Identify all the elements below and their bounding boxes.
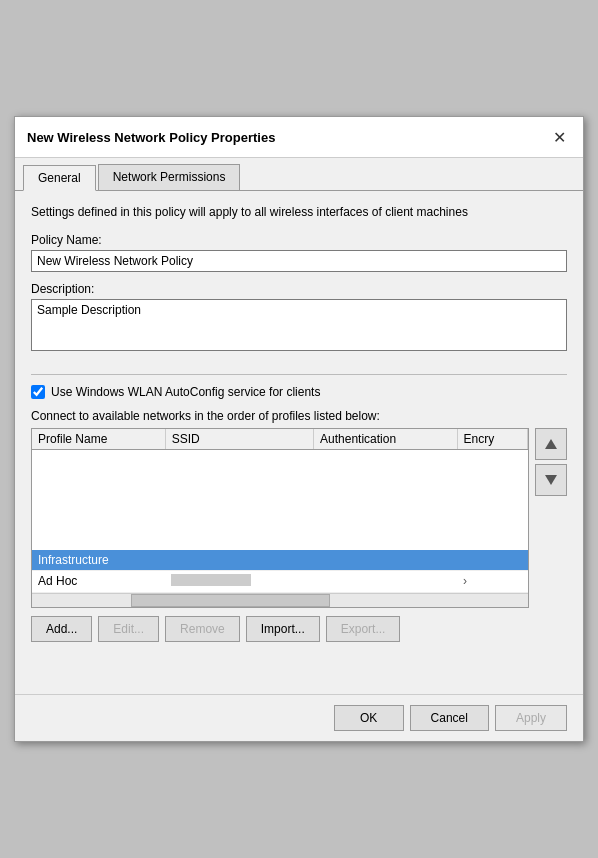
- action-buttons: Add... Edit... Remove Import... Export..…: [31, 616, 567, 642]
- policy-name-input[interactable]: [31, 250, 567, 272]
- apply-button[interactable]: Apply: [495, 705, 567, 731]
- svg-marker-1: [545, 475, 557, 485]
- scroll-down-button[interactable]: [535, 464, 567, 496]
- dialog: New Wireless Network Policy Properties ✕…: [14, 116, 584, 742]
- tab-network-permissions[interactable]: Network Permissions: [98, 164, 241, 190]
- export-button[interactable]: Export...: [326, 616, 401, 642]
- dialog-title: New Wireless Network Policy Properties: [27, 130, 275, 145]
- profiles-table-container: Profile Name SSID Authentication Encry I…: [31, 428, 529, 608]
- wlan-autoconfig-row: Use Windows WLAN AutoConfig service for …: [31, 385, 567, 399]
- description-label: Description:: [31, 282, 567, 296]
- tab-content-general: Settings defined in this policy will app…: [15, 191, 583, 654]
- remove-button[interactable]: Remove: [165, 616, 240, 642]
- import-button[interactable]: Import...: [246, 616, 320, 642]
- cell-adhoc-ssid: [165, 570, 313, 592]
- wlan-autoconfig-checkbox[interactable]: [31, 385, 45, 399]
- col-encry: Encry: [457, 429, 527, 450]
- tab-bar: General Network Permissions: [15, 158, 583, 191]
- edit-button[interactable]: Edit...: [98, 616, 159, 642]
- cell-infrastructure-enc: [457, 550, 527, 571]
- chevron-right-icon: ›: [463, 574, 467, 588]
- bottom-bar: OK Cancel Apply: [15, 694, 583, 741]
- cell-adhoc-auth: [314, 570, 458, 592]
- cell-adhoc-enc: ›: [457, 570, 527, 592]
- info-text: Settings defined in this policy will app…: [31, 203, 567, 221]
- profiles-table: Profile Name SSID Authentication Encry I…: [32, 429, 528, 593]
- profiles-label: Connect to available networks in the ord…: [31, 409, 567, 423]
- col-profile-name: Profile Name: [32, 429, 165, 450]
- col-auth: Authentication: [314, 429, 458, 450]
- table-row: [32, 450, 528, 550]
- arrow-up-icon: [543, 436, 559, 452]
- svg-marker-0: [545, 439, 557, 449]
- cell-infrastructure-ssid: [165, 550, 313, 571]
- wlan-autoconfig-label: Use Windows WLAN AutoConfig service for …: [51, 385, 320, 399]
- ok-button[interactable]: OK: [334, 705, 404, 731]
- scroll-buttons: [535, 428, 567, 608]
- table-row-infrastructure[interactable]: Infrastructure: [32, 550, 528, 571]
- cancel-button[interactable]: Cancel: [410, 705, 489, 731]
- close-button[interactable]: ✕: [547, 125, 571, 149]
- add-button[interactable]: Add...: [31, 616, 92, 642]
- profiles-area: Profile Name SSID Authentication Encry I…: [31, 428, 567, 608]
- horizontal-scrollbar[interactable]: [32, 593, 528, 607]
- col-ssid: SSID: [165, 429, 313, 450]
- tab-general[interactable]: General: [23, 165, 96, 191]
- table-row-adhoc[interactable]: Ad Hoc ›: [32, 570, 528, 592]
- cell-infrastructure-name: Infrastructure: [32, 550, 165, 571]
- cell-adhoc-name: Ad Hoc: [32, 570, 165, 592]
- title-bar: New Wireless Network Policy Properties ✕: [15, 117, 583, 158]
- description-input[interactable]: Sample Description: [31, 299, 567, 351]
- divider: [31, 374, 567, 375]
- cell-infrastructure-auth: [314, 550, 458, 571]
- horizontal-scrollbar-thumb: [131, 594, 329, 607]
- policy-name-label: Policy Name:: [31, 233, 567, 247]
- scroll-up-button[interactable]: [535, 428, 567, 460]
- arrow-down-icon: [543, 472, 559, 488]
